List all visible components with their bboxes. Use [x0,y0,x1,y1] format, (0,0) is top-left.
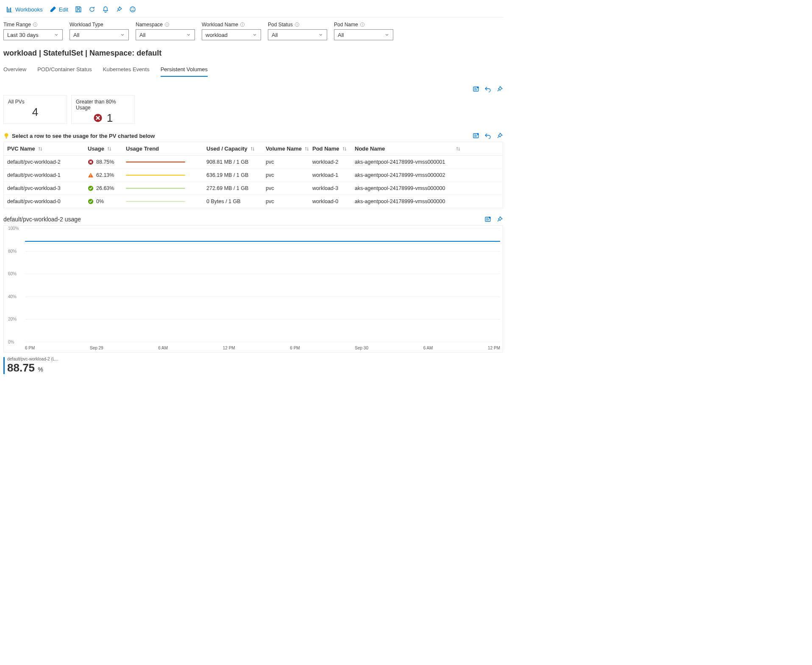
workbooks-button[interactable]: Workbooks [3,4,45,14]
cell-used-cap: 908.81 MB / 1 GB [206,159,266,165]
y-tick-label: 100% [8,226,19,231]
pin-icon [116,6,122,13]
pin-section-button[interactable] [496,86,503,92]
card-value: 4 [32,106,38,119]
edit-button[interactable]: Edit [47,4,71,14]
sort-icon[interactable] [342,146,347,151]
legend-series-name: default/pvc-workload-2 (L... [7,357,58,361]
table-row[interactable]: default/pvc-workload-1 62.13% 636.19 MB … [4,169,503,182]
namespace-label: Namespace [136,22,163,28]
time-range-label: Time Range [3,22,31,28]
smile-icon [129,6,136,13]
sort-icon[interactable] [107,146,112,151]
chevron-down-icon [186,32,191,37]
pin-table-button[interactable] [496,132,503,139]
y-tick-label: 80% [8,249,17,254]
pin-button[interactable] [113,4,125,14]
chart-icon [6,6,13,13]
workload-type-select[interactable]: All [70,29,129,40]
tab-overview[interactable]: Overview [3,64,26,77]
pencil-icon [50,6,56,13]
tab-k8s-events[interactable]: Kubernetes Events [103,64,150,77]
tab-persistent-volumes[interactable]: Persistent Volumes [161,64,208,77]
status-icon [88,159,94,165]
filters-row: Time Range Last 30 days Workload Type Al… [3,17,503,46]
th-usage[interactable]: Usage [88,145,104,152]
status-icon [88,185,94,191]
bell-icon [102,6,109,13]
namespace-select[interactable]: All [136,29,195,40]
undo-button[interactable] [484,86,491,92]
tab-pod-status[interactable]: POD/Container Status [37,64,92,77]
gridline: 60% [25,274,500,274]
cell-used-cap: 272.69 MB / 1 GB [206,185,266,191]
y-tick-label: 60% [8,271,17,276]
th-pvc-name[interactable]: PVC Name [7,145,35,152]
card-all-pvs[interactable]: All PVs 4 [3,95,67,124]
undo-button[interactable] [484,132,491,139]
info-icon [295,22,300,27]
x-tick-label: Sep 30 [355,346,368,350]
table-actions [473,132,503,139]
cell-pvc: default/pvc-workload-1 [7,172,88,178]
cell-usage: 62.13% [96,172,114,178]
gridline: 20% [25,319,500,319]
time-range-select[interactable]: Last 30 days [3,29,63,40]
pod-status-select[interactable]: All [268,29,327,40]
card-gt80[interactable]: Greater than 80% Usage 1 [71,95,135,124]
cell-volume: pvc [266,159,312,165]
th-used-cap[interactable]: Used / Capacity [206,145,247,152]
gridline: 100% [25,228,500,229]
y-tick-label: 20% [8,317,17,321]
gridline: 40% [25,296,500,297]
sort-icon[interactable] [250,146,255,151]
usage-trend-sparkline [126,188,185,189]
pod-name-label: Pod Name [334,22,358,28]
status-icon [88,198,94,204]
info-icon [33,22,38,27]
th-pod[interactable]: Pod Name [312,145,339,152]
sort-icon[interactable] [38,146,43,151]
chevron-down-icon [384,32,389,37]
cell-pvc: default/pvc-workload-0 [7,198,88,204]
cell-pvc: default/pvc-workload-2 [7,159,88,165]
cell-usage: 26.63% [96,185,114,191]
th-trend[interactable]: Usage Trend [126,145,159,152]
x-tick-label: 12 PM [488,346,500,350]
usage-trend-sparkline [126,162,185,162]
workload-name-select[interactable]: workload [202,29,261,40]
y-tick-label: 0% [8,340,14,344]
pod-name-select[interactable]: All [334,29,393,40]
alerts-button[interactable] [100,4,111,14]
table-row[interactable]: default/pvc-workload-0 0% 0 Bytes / 1 GB… [4,195,503,208]
info-icon [164,22,170,27]
cell-volume: pvc [266,198,312,204]
logs-button[interactable] [473,86,479,92]
feedback-button[interactable] [127,4,139,14]
chevron-down-icon [54,32,59,37]
sort-icon[interactable] [456,146,461,151]
logs-button[interactable] [473,132,479,139]
save-button[interactable] [72,4,84,14]
refresh-button[interactable] [86,4,98,14]
table-row[interactable]: default/pvc-workload-3 26.63% 272.69 MB … [4,182,503,195]
pin-chart-button[interactable] [496,216,503,223]
cell-used-cap: 0 Bytes / 1 GB [206,198,266,204]
info-icon [240,22,245,27]
legend-color-bar [3,357,5,374]
x-tick-label: 6 PM [25,346,35,350]
logs-button[interactable] [484,216,491,223]
cell-pvc: default/pvc-workload-3 [7,185,88,191]
th-node[interactable]: Node Name [355,145,385,152]
refresh-icon [89,6,95,13]
chevron-down-icon [120,32,125,37]
x-tick-label: 6 AM [423,346,433,350]
chevron-down-icon [318,32,323,37]
bulb-icon [3,133,9,139]
sort-icon[interactable] [304,146,309,151]
table-row[interactable]: default/pvc-workload-2 88.75% 908.81 MB … [4,156,503,169]
cell-volume: pvc [266,172,312,178]
x-tick-label: Sep 29 [90,346,103,350]
th-volume[interactable]: Volume Name [266,145,302,152]
cell-node: aks-agentpool-24178999-vmss000000 [355,198,461,204]
